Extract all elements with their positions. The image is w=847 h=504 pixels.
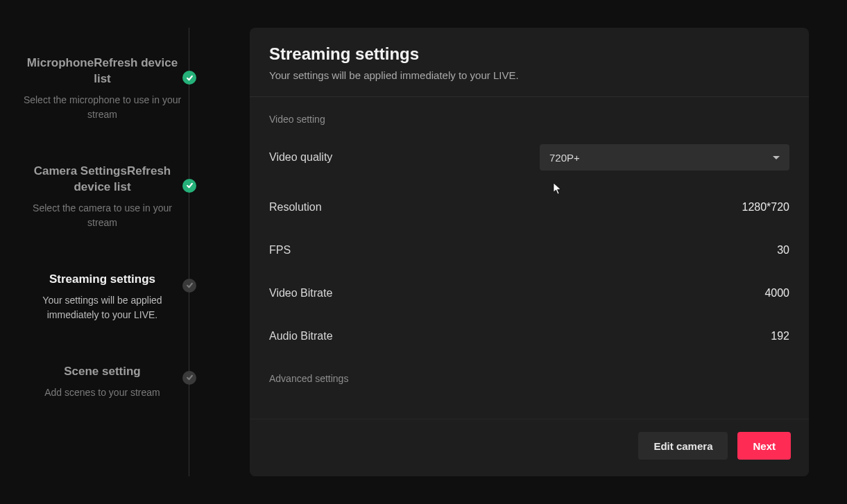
check-icon (182, 371, 196, 385)
step-scene-setting[interactable]: Scene setting Add scenes to your stream (0, 364, 205, 442)
step-camera[interactable]: Camera SettingsRefresh device list Selec… (0, 164, 205, 272)
row-label: Video quality (269, 151, 332, 164)
select-value: 720P+ (549, 152, 580, 164)
panel-subtitle: Your settings will be applied immediatel… (269, 69, 789, 81)
row-label: FPS (269, 244, 291, 257)
next-button[interactable]: Next (737, 432, 791, 460)
streaming-settings-panel: Streaming settings Your settings will be… (250, 28, 809, 476)
step-desc: Select the microphone to use in your str… (21, 93, 184, 122)
check-icon (182, 279, 196, 293)
row-label: Audio Bitrate (269, 330, 333, 342)
step-title: Scene setting (21, 364, 184, 380)
panel-title: Streaming settings (269, 44, 789, 64)
step-desc: Select the camera to use in your stream (21, 201, 184, 230)
check-icon (182, 179, 196, 193)
setup-stepper: MicrophoneRefresh device list Select the… (0, 0, 205, 504)
row-value: 30 (777, 244, 789, 257)
step-desc: Your settings will be applied immediatel… (21, 293, 184, 322)
step-title: MicrophoneRefresh device list (21, 55, 184, 87)
step-desc: Add scenes to your stream (21, 385, 184, 400)
row-video-quality: Video quality 720P+ (269, 144, 789, 171)
video-quality-select[interactable]: 720P+ (540, 144, 789, 171)
row-audio-bitrate: Audio Bitrate 192 (269, 330, 789, 342)
row-label: Resolution (269, 201, 322, 214)
section-label-video: Video setting (269, 114, 789, 125)
row-label: Video Bitrate (269, 287, 332, 299)
row-value: 4000 (764, 287, 789, 299)
panel-header: Streaming settings Your settings will be… (250, 28, 809, 97)
row-resolution: Resolution 1280*720 (269, 201, 789, 214)
row-value: 192 (771, 330, 789, 342)
row-video-bitrate: Video Bitrate 4000 (269, 287, 789, 299)
step-title: Streaming settings (21, 272, 184, 288)
step-microphone[interactable]: MicrophoneRefresh device list Select the… (0, 55, 205, 164)
panel-footer: Edit camera Next (250, 419, 809, 476)
section-label-advanced: Advanced settings (269, 373, 789, 384)
row-value: 1280*720 (742, 201, 789, 214)
edit-camera-button[interactable]: Edit camera (638, 432, 728, 460)
step-title: Camera SettingsRefresh device list (21, 164, 184, 195)
step-streaming-settings[interactable]: Streaming settings Your settings will be… (0, 272, 205, 364)
check-icon (182, 71, 196, 85)
chevron-down-icon (773, 156, 780, 159)
panel-body[interactable]: Video setting Video quality 720P+ Resolu… (250, 97, 809, 419)
row-fps: FPS 30 (269, 244, 789, 257)
